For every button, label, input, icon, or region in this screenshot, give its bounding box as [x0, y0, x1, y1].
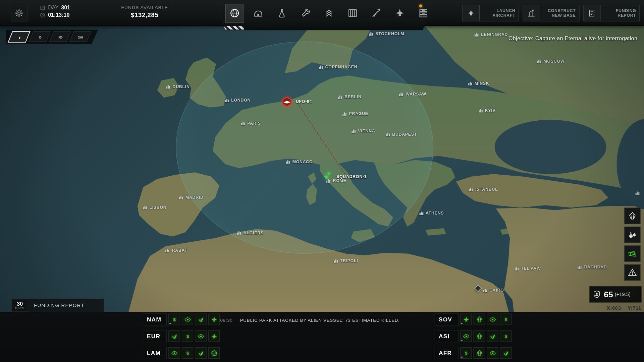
city-baghdad[interactable]: BAGHDAD: [578, 265, 607, 269]
region-sov-crystal-icon[interactable]: [474, 314, 485, 325]
region-nam-dollar-icon[interactable]: $: [168, 314, 180, 325]
city-icon: [225, 98, 229, 102]
city-unlabeled[interactable]: [635, 191, 642, 195]
city-moscow[interactable]: MOSCOW: [537, 59, 565, 63]
crystal-icon: [476, 316, 483, 323]
time-speed-1-button[interactable]: ›: [8, 31, 31, 43]
city-monaco[interactable]: MONACO: [286, 160, 313, 164]
nav-containment[interactable]: [343, 4, 362, 22]
plant-icon: [197, 316, 204, 323]
main-nav-strip: [225, 4, 433, 22]
city-madrid[interactable]: MADRID: [179, 195, 204, 199]
nav-engineering[interactable]: [296, 4, 315, 22]
funding-countdown[interactable]: 30 DAYS FUNDING REPORT: [12, 299, 104, 312]
city-label: PRAGUE: [349, 111, 368, 116]
region-lam-dollar-icon[interactable]: $: [182, 347, 194, 359]
region-lam-plant-icon[interactable]: [195, 347, 207, 359]
city-kyiv[interactable]: KYIV: [478, 108, 496, 113]
dollar-icon: $: [171, 316, 178, 323]
region-eur-jet-icon[interactable]: [208, 330, 220, 342]
funding-report-button[interactable]: FUNDINGREPORT: [583, 5, 640, 21]
city-stockholm[interactable]: STOCKHOLM: [369, 32, 405, 36]
time-speed-2-button[interactable]: ››: [29, 31, 51, 42]
city-budapest[interactable]: BUDAPEST: [385, 132, 417, 136]
region-sov-eye-icon[interactable]: [487, 314, 498, 325]
city-lisbon[interactable]: LISBON: [143, 205, 167, 209]
city-minsk[interactable]: MINSK: [468, 81, 489, 85]
funds-cards-button[interactable]: [624, 245, 641, 262]
region-afr-dollar-icon[interactable]: $: [460, 347, 472, 359]
city-paris[interactable]: PARIS: [241, 121, 261, 125]
eye-icon: [463, 333, 470, 340]
time-speed-4-button[interactable]: ››››: [69, 31, 91, 42]
city-warsaw[interactable]: WARSAW: [399, 92, 426, 96]
nav-geoscape[interactable]: [225, 4, 244, 22]
ufo-marker[interactable]: UFO-94: [282, 97, 312, 107]
region-asi-plant-icon[interactable]: [487, 330, 498, 342]
svg-text:$: $: [465, 350, 468, 355]
poi-diamond-marker[interactable]: [473, 284, 482, 294]
city-icon: [166, 84, 171, 88]
city-icon: [483, 288, 487, 292]
launch-aircraft-button[interactable]: LAUNCHAIRCRAFT: [462, 5, 519, 21]
nav-research[interactable]: [272, 4, 291, 22]
city-berlin[interactable]: BERLIN: [338, 95, 361, 99]
region-eur-plant-icon[interactable]: [168, 330, 180, 342]
news-ticker: 09:30 PUBLIC PARK ATTACKED BY ALIEN VESS…: [220, 318, 399, 323]
city-algiers[interactable]: ALGIERS: [237, 231, 264, 235]
city-rabat[interactable]: RABAT: [165, 248, 187, 253]
city-label: PARIS: [247, 121, 261, 125]
region-lam-globe-icon[interactable]: [208, 347, 220, 359]
construct-new-base-button[interactable]: CONSTRUCTNEW BASE: [523, 5, 579, 21]
city-copenhagen[interactable]: COPENHAGEN: [319, 65, 358, 69]
nav-armory[interactable]: [367, 4, 386, 22]
region-afr-eye-icon[interactable]: [487, 347, 498, 359]
city-icon: [237, 231, 241, 235]
funds-label: FUNDS AVAILABLE: [104, 5, 185, 10]
region-asi-eye-icon[interactable]: [460, 330, 472, 342]
city-athens[interactable]: ATHENS: [419, 210, 444, 215]
region-asi-dollar-icon[interactable]: $: [500, 330, 512, 342]
region-afr-crystal-icon[interactable]: [474, 347, 485, 359]
cash-icon: [628, 249, 637, 258]
nav-aircraft[interactable]: [390, 4, 410, 22]
region-sov-dollar-icon[interactable]: $: [500, 314, 512, 325]
nav-personnel[interactable]: [320, 4, 339, 22]
time-speed-3-button[interactable]: ›››: [49, 31, 71, 42]
region-nam-eye-icon[interactable]: [182, 314, 194, 325]
svg-text:$: $: [186, 350, 189, 355]
squadron-marker[interactable]: SQUADRON-1: [322, 171, 367, 182]
city-prague[interactable]: PRAGUE: [342, 111, 368, 116]
cursor-x: X:663: [607, 305, 621, 311]
city-dublin[interactable]: DUBLIN: [166, 84, 190, 88]
region-afr-plant-icon[interactable]: [500, 347, 512, 359]
region-asi-crystal-icon[interactable]: [474, 330, 485, 342]
region-nam-plant-icon[interactable]: [195, 314, 207, 325]
city-tel-aviv[interactable]: TEL AVIV: [514, 266, 541, 270]
score-counter[interactable]: 65 (+19.5): [589, 286, 641, 302]
region-eur-eye-icon[interactable]: [195, 330, 207, 342]
ordnance-button[interactable]: [624, 227, 641, 243]
settings-button[interactable]: [11, 5, 27, 21]
svg-text:$: $: [504, 317, 507, 322]
alien-materials-button[interactable]: [624, 208, 641, 224]
nav-base[interactable]: [249, 4, 268, 22]
city-london[interactable]: LONDON: [225, 98, 251, 102]
city-tripoli[interactable]: TRIPOLI: [333, 258, 358, 263]
svg-text:$: $: [504, 334, 507, 339]
region-nam-jet-icon[interactable]: [208, 314, 220, 325]
countdown-label: FUNDING REPORT: [28, 299, 104, 312]
alerts-button[interactable]: [624, 264, 641, 281]
city-vienna[interactable]: VIENNA: [352, 129, 375, 133]
jet-icon: [210, 316, 217, 323]
region-eur-dollar-icon[interactable]: $: [182, 330, 194, 342]
city-leningrad[interactable]: LENINGRAD: [474, 32, 508, 37]
city-icon: [469, 187, 473, 191]
city-istanbul[interactable]: ISTANBUL: [469, 187, 498, 191]
jet-icon: [467, 9, 475, 17]
region-lam-eye-icon[interactable]: [168, 347, 180, 359]
city-cairo[interactable]: CAIRO: [483, 288, 504, 292]
region-sov-jet-icon[interactable]: [460, 314, 472, 325]
nav-stores[interactable]: [414, 4, 433, 22]
cells-icon: [347, 8, 358, 18]
